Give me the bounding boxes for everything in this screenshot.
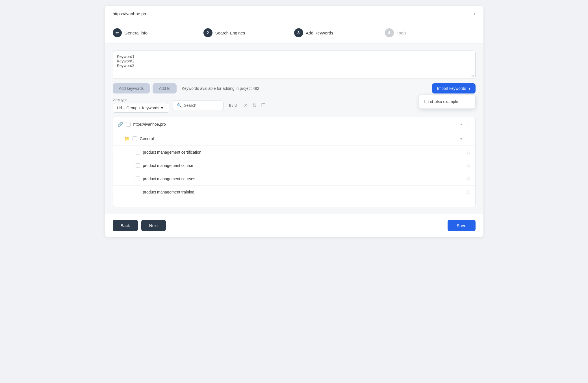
add-keywords-button[interactable]: Add keywords xyxy=(113,83,150,93)
search-input[interactable] xyxy=(184,103,218,108)
view-type-value: Url + Group + Keywords xyxy=(117,106,159,110)
step-4-label: Tools xyxy=(397,31,407,35)
select-all-button[interactable]: ☐ xyxy=(260,101,267,110)
import-keywords-button[interactable]: Import keywords ▾ xyxy=(432,83,476,93)
content-area: Keyword1 Keyword2 Keyword3 ⇲ Add keyword… xyxy=(105,44,483,214)
import-dropdown: Load .xlsx example xyxy=(419,95,476,109)
step-3-label: Add Keywords xyxy=(306,31,333,35)
step-1[interactable]: ✏ General info xyxy=(113,28,203,37)
group-more-icon[interactable]: ⋮ xyxy=(465,135,471,142)
step-4-number: 4 xyxy=(388,31,390,35)
step-3[interactable]: 3 Add Keywords xyxy=(294,28,385,37)
step-4-circle: 4 xyxy=(385,28,394,37)
keyword-2-star-icon[interactable]: ☆ xyxy=(466,162,471,169)
count-badge: 8 / 8 xyxy=(229,103,237,108)
resize-handle-icon: ⇲ xyxy=(471,73,474,77)
keywords-textarea-wrapper: Keyword1 Keyword2 Keyword3 ⇲ xyxy=(113,51,476,79)
step-2-number: 2 xyxy=(207,31,209,35)
keywords-textarea[interactable]: Keyword1 Keyword2 Keyword3 xyxy=(117,54,471,74)
group-label: General xyxy=(140,136,457,141)
view-type-label: View type xyxy=(113,98,169,102)
add-to-button[interactable]: Add to xyxy=(153,83,176,93)
keyword-2-checkbox[interactable] xyxy=(136,163,140,168)
available-text: Keywords available for adding in project… xyxy=(182,86,429,91)
import-dropdown-item-xlsx[interactable]: Load .xlsx example xyxy=(419,97,475,107)
keyword-4-star-icon[interactable]: ☆ xyxy=(466,189,471,195)
stepper: ✏ General info 2 Search Engines 3 Add Ke… xyxy=(105,22,483,44)
step-1-label: General info xyxy=(125,31,148,35)
url-more-icon[interactable]: ⋮ xyxy=(465,121,471,128)
keyword-row: product management certification ☆ xyxy=(113,146,475,159)
step-3-number: 3 xyxy=(298,31,300,35)
keyword-2-label: product management course xyxy=(143,163,463,168)
import-chevron-icon: ▾ xyxy=(468,86,470,91)
step-2-label: Search Engines xyxy=(215,31,245,35)
keyword-3-label: product management courses xyxy=(143,177,463,181)
next-button[interactable]: Next xyxy=(141,220,166,231)
keyword-3-checkbox[interactable] xyxy=(136,177,140,181)
keyword-1-checkbox[interactable] xyxy=(136,150,140,154)
step-1-icon: ✏ xyxy=(116,31,119,35)
top-bar-url: https://ivanhoe.pro xyxy=(113,11,147,16)
keyword-1-star-icon[interactable]: ☆ xyxy=(466,149,471,155)
keywords-list: 🔗 https://ivanhoe.pro ▾ ⋮ 📁 General ▾ ⋮ … xyxy=(113,117,476,207)
top-bar: https://ivanhoe.pro › xyxy=(105,6,483,22)
search-icon: 🔍 xyxy=(177,103,182,108)
keyword-row: product management course ☆ xyxy=(113,159,475,172)
import-keywords-label: Import keywords xyxy=(437,86,466,91)
keyword-4-label: product management training xyxy=(143,190,463,194)
view-type-group: View type Url + Group + Keywords ▾ xyxy=(113,98,169,113)
actions-row: Add keywords Add to Keywords available f… xyxy=(113,83,476,93)
keyword-3-star-icon[interactable]: ☆ xyxy=(466,176,471,182)
keyword-row: product management courses ☆ xyxy=(113,172,475,186)
url-label: https://ivanhoe.pro xyxy=(133,122,457,127)
search-box: 🔍 xyxy=(173,101,224,110)
collapse-all-button[interactable]: ✕ xyxy=(242,101,249,110)
group-chevron-icon[interactable]: ▾ xyxy=(460,137,462,141)
url-row: 🔗 https://ivanhoe.pro ▾ ⋮ xyxy=(113,117,475,132)
step-1-circle: ✏ xyxy=(113,28,122,37)
keyword-4-checkbox[interactable] xyxy=(136,190,140,194)
group-row: 📁 General ▾ ⋮ xyxy=(113,132,475,146)
expand-all-button[interactable]: ⇅ xyxy=(251,101,258,110)
url-checkbox[interactable] xyxy=(126,122,131,127)
back-button[interactable]: Back xyxy=(113,220,138,231)
step-4[interactable]: 4 Tools xyxy=(385,28,476,37)
link-icon: 🔗 xyxy=(118,122,123,127)
url-chevron-icon[interactable]: ▾ xyxy=(460,122,462,127)
view-type-select[interactable]: Url + Group + Keywords ▾ xyxy=(113,103,169,113)
bottom-left-buttons: Back Next xyxy=(113,220,166,231)
bottom-actions: Back Next Save xyxy=(105,214,483,237)
keyword-1-label: product management certification xyxy=(143,150,463,154)
view-type-chevron-icon: ▾ xyxy=(161,106,163,110)
top-bar-chevron: › xyxy=(474,11,476,17)
step-2-circle: 2 xyxy=(203,28,212,37)
step-3-circle: 3 xyxy=(294,28,303,37)
step-2[interactable]: 2 Search Engines xyxy=(203,28,294,37)
group-checkbox[interactable] xyxy=(133,136,137,141)
keyword-row: product management training ☆ xyxy=(113,186,475,199)
save-button[interactable]: Save xyxy=(448,220,475,231)
filter-actions: ✕ ⇅ ☐ xyxy=(242,101,267,110)
import-keywords-group: Import keywords ▾ Load .xlsx example xyxy=(432,83,476,93)
folder-icon: 📁 xyxy=(124,136,130,141)
